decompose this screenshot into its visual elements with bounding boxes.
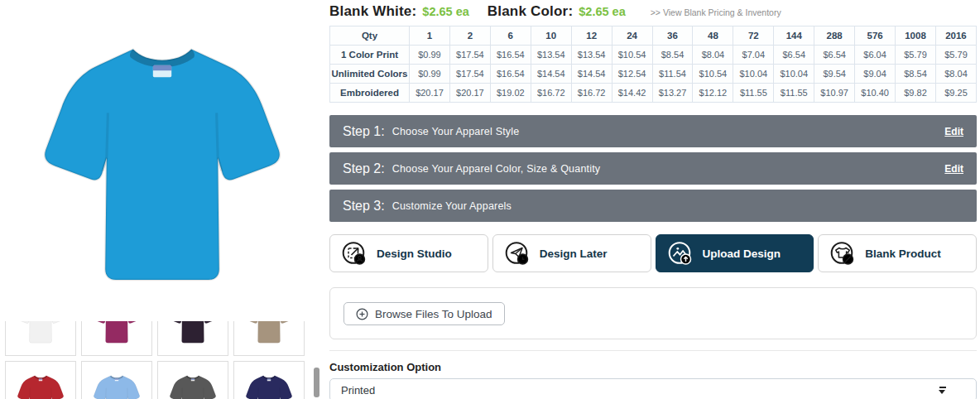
color-swatch-blackberry[interactable] — [157, 321, 228, 356]
tab-blank-product[interactable]: Blank Product — [818, 234, 977, 272]
price-cell: $14.42 — [612, 84, 652, 103]
tshirt-image — [30, 10, 295, 311]
tshirt-thumbnail — [243, 321, 295, 344]
price-cell: $8.04 — [693, 46, 733, 65]
section-divider — [329, 350, 977, 351]
price-cell: $20.17 — [410, 84, 450, 103]
qty-column-header: 576 — [855, 26, 896, 46]
swatch-scrollbar[interactable] — [314, 368, 319, 397]
customization-option-label: Customization Option — [329, 361, 977, 373]
qty-column-header: 24 — [612, 26, 652, 46]
product-customizer-page: Blank White: $2.65 ea Blank Color: $2.65… — [0, 0, 980, 399]
price-cell: $9.25 — [935, 84, 976, 103]
qty-column-header: 1008 — [896, 26, 936, 46]
price-cell: $20.17 — [449, 84, 490, 103]
browse-files-label: Browse Files To Upload — [375, 308, 492, 320]
step-prefix: Step 3: — [343, 199, 385, 214]
price-cell: $10.54 — [612, 46, 652, 65]
color-swatch-navy[interactable] — [233, 361, 305, 399]
step-title: Choose Your Apparel Style — [392, 126, 520, 137]
tshirt-thumbnail — [90, 373, 143, 399]
color-swatch-red[interactable] — [5, 361, 76, 399]
blank-pricing-header: Blank White: $2.65 ea Blank Color: $2.65… — [329, 0, 977, 20]
color-swatch-carolina-blue[interactable] — [81, 361, 152, 399]
design-studio-icon — [341, 240, 368, 267]
circle-plus-icon — [356, 308, 368, 320]
price-cell: $12.54 — [612, 65, 652, 84]
price-cell: $13.54 — [571, 46, 612, 65]
step-edit-link[interactable]: Edit — [944, 163, 963, 175]
configuration-panel: Blank White: $2.65 ea Blank Color: $2.65… — [329, 0, 977, 399]
customization-option-select[interactable]: Printed — [329, 378, 977, 399]
pricing-row: 1 Color Print$0.99$17.54$16.54$13.54$13.… — [330, 46, 977, 65]
price-cell: $11.55 — [774, 84, 814, 103]
price-cell: $11.54 — [652, 65, 693, 84]
tshirt-thumbnail — [90, 321, 143, 344]
selected-option-value: Printed — [341, 384, 375, 397]
customization-option-section: Customization Option Printed — [329, 361, 977, 399]
price-cell: $9.82 — [896, 84, 936, 103]
qty-column-header: 72 — [733, 26, 774, 46]
qty-column-header: 144 — [774, 26, 814, 46]
pricing-row-label: Embroidered — [330, 84, 410, 103]
blank-white-label: Blank White: — [329, 3, 416, 20]
design-later-icon — [504, 240, 531, 267]
price-cell: $16.72 — [571, 84, 612, 103]
price-cell: $10.04 — [774, 65, 814, 84]
tab-design-later[interactable]: Design Later — [492, 234, 651, 272]
tshirt-thumbnail — [14, 373, 67, 399]
browse-files-button[interactable]: Browse Files To Upload — [343, 302, 505, 325]
step-title: Customize Your Apparels — [392, 200, 512, 212]
pricing-row-label: Unlimited Colors — [330, 65, 410, 84]
blank-color-label: Blank Color: — [488, 3, 573, 20]
qty-column-header: 36 — [652, 26, 693, 46]
price-cell: $13.54 — [531, 46, 571, 65]
color-swatch-tan[interactable] — [233, 321, 305, 356]
price-cell: $17.54 — [449, 46, 490, 65]
product-preview-panel — [0, 0, 324, 399]
tab-upload-design[interactable]: Upload Design — [656, 234, 814, 272]
price-cell: $10.04 — [733, 65, 774, 84]
step-edit-link[interactable]: Edit — [944, 126, 963, 137]
step-prefix: Step 2: — [343, 161, 385, 176]
qty-column-header: 2 — [449, 26, 490, 46]
step-bar-2: Step 2:Choose Your Apparel Color, Size &… — [329, 152, 977, 185]
price-cell: $14.54 — [531, 65, 571, 84]
price-cell: $14.54 — [571, 65, 612, 84]
price-cell: $6.54 — [774, 46, 814, 65]
tab-design-studio[interactable]: Design Studio — [329, 234, 488, 272]
price-cell: $0.99 — [410, 46, 450, 65]
price-cell: $12.12 — [693, 84, 733, 103]
step-prefix: Step 1: — [343, 124, 385, 139]
color-swatch-berry[interactable] — [81, 321, 152, 356]
price-cell: $6.54 — [814, 46, 855, 65]
price-cell: $9.54 — [814, 65, 855, 84]
price-cell: $10.40 — [855, 84, 896, 103]
price-cell: $13.27 — [652, 84, 693, 103]
price-cell: $5.79 — [896, 46, 936, 65]
pricing-row-label: 1 Color Print — [330, 46, 410, 65]
price-cell: $16.72 — [531, 84, 571, 103]
price-cell: $0.99 — [410, 65, 450, 84]
tab-label: Upload Design — [703, 248, 781, 260]
view-blank-pricing-link[interactable]: >> View Blank Pricing & Inventory — [651, 7, 781, 17]
qty-header-cell: Qty — [330, 26, 410, 46]
step-title: Choose Your Apparel Color, Size & Quanti… — [392, 163, 601, 175]
color-swatch-charcoal[interactable] — [157, 361, 228, 399]
upload-design-icon — [667, 240, 694, 267]
blank-white-price: $2.65 ea — [422, 5, 468, 18]
color-swatch-white[interactable] — [5, 321, 76, 356]
price-cell: $8.54 — [896, 65, 936, 84]
price-cell: $17.54 — [449, 65, 490, 84]
price-cell: $16.54 — [490, 65, 531, 84]
pricing-row: Embroidered$20.17$20.17$19.02$16.72$16.7… — [330, 84, 977, 103]
tshirt-thumbnail — [14, 321, 67, 344]
color-swatch-list — [0, 321, 324, 399]
tab-label: Design Studio — [377, 248, 452, 260]
price-cell: $11.55 — [733, 84, 774, 103]
price-cell: $9.04 — [855, 65, 896, 84]
price-cell: $19.02 — [490, 84, 531, 103]
upload-design-panel: Browse Files To Upload — [329, 287, 977, 339]
tshirt-thumbnail — [166, 321, 219, 344]
step-bar-1: Step 1:Choose Your Apparel StyleEdit — [329, 115, 977, 147]
